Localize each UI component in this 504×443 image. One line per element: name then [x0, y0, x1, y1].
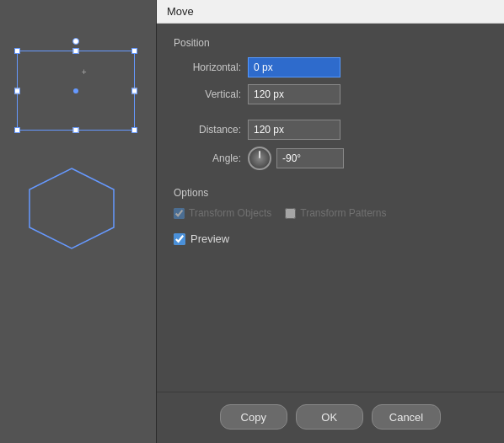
- options-row: Transform Objects Transform Patterns: [174, 207, 487, 219]
- horizontal-row: Horizontal:: [174, 57, 487, 77]
- preview-label: Preview: [190, 232, 229, 245]
- transform-patterns-checkbox[interactable]: [285, 208, 296, 219]
- preview-row: Preview: [174, 232, 487, 245]
- distance-label: Distance:: [174, 124, 241, 136]
- cancel-button[interactable]: Cancel: [372, 404, 441, 430]
- transform-objects-option[interactable]: Transform Objects: [174, 207, 271, 219]
- angle-dial[interactable]: [248, 147, 271, 170]
- dialog-body: Position Horizontal: Vertical: Distance:…: [157, 24, 504, 392]
- options-label: Options: [174, 187, 487, 199]
- transform-objects-checkbox[interactable]: [174, 208, 185, 219]
- svg-marker-0: [29, 168, 114, 248]
- transform-patterns-option[interactable]: Transform Patterns: [285, 207, 386, 219]
- options-section: Options Transform Objects Transform Patt…: [174, 187, 487, 219]
- handle-top-mid[interactable]: [73, 48, 79, 54]
- button-row: Copy OK Cancel: [157, 392, 504, 443]
- vertical-label: Vertical:: [174, 88, 241, 100]
- handle-mid-right[interactable]: [131, 88, 137, 93]
- horizontal-input[interactable]: [248, 57, 340, 77]
- handle-top-left[interactable]: [14, 48, 20, 54]
- distance-input[interactable]: [248, 120, 340, 140]
- distance-row: Distance:: [174, 120, 487, 140]
- canvas-area: [0, 0, 156, 443]
- center-point: [73, 88, 78, 93]
- rotation-handle[interactable]: [72, 38, 79, 45]
- hexagon-shape: [21, 164, 122, 255]
- position-section-label: Position: [174, 37, 487, 49]
- angle-input[interactable]: [276, 148, 344, 168]
- handle-bot-right[interactable]: [131, 127, 137, 133]
- handle-top-right[interactable]: [131, 48, 137, 54]
- handle-mid-left[interactable]: [14, 88, 20, 93]
- angle-row: Angle:: [174, 147, 487, 170]
- ok-button[interactable]: OK: [296, 404, 363, 430]
- preview-checkbox[interactable]: [174, 233, 185, 245]
- angle-label: Angle:: [174, 152, 241, 164]
- handle-bot-mid[interactable]: [73, 127, 79, 133]
- selected-rectangle: [17, 51, 135, 131]
- copy-button[interactable]: Copy: [220, 404, 287, 430]
- transform-objects-label: Transform Objects: [189, 207, 271, 219]
- dialog-title: Move: [157, 0, 504, 24]
- handle-bot-left[interactable]: [14, 127, 20, 133]
- vertical-input[interactable]: [248, 84, 340, 104]
- horizontal-label: Horizontal:: [174, 61, 241, 73]
- move-dialog: Move Position Horizontal: Vertical: Dist…: [156, 0, 504, 443]
- transform-center[interactable]: [84, 72, 91, 78]
- vertical-row: Vertical:: [174, 84, 487, 104]
- transform-patterns-label: Transform Patterns: [300, 207, 386, 219]
